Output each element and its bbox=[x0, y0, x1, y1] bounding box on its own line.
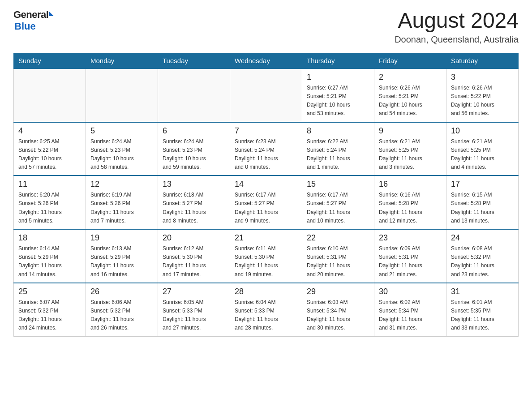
day-info: Sunrise: 6:24 AMSunset: 5:23 PMDaylight:… bbox=[163, 137, 225, 172]
day-number: 24 bbox=[451, 233, 514, 243]
day-number: 3 bbox=[451, 73, 514, 82]
day-number: 21 bbox=[235, 233, 297, 243]
calendar-week-row: 18Sunrise: 6:14 AMSunset: 5:29 PMDayligh… bbox=[14, 229, 519, 283]
day-info: Sunrise: 6:12 AMSunset: 5:30 PMDaylight:… bbox=[163, 244, 225, 279]
calendar-header-row: Sunday Monday Tuesday Wednesday Thursday… bbox=[14, 53, 519, 68]
calendar-week-row: 1Sunrise: 6:27 AMSunset: 5:21 PMDaylight… bbox=[14, 68, 519, 122]
day-info: Sunrise: 6:25 AMSunset: 5:22 PMDaylight:… bbox=[18, 137, 81, 172]
day-info: Sunrise: 6:04 AMSunset: 5:33 PMDaylight:… bbox=[235, 298, 297, 333]
day-info: Sunrise: 6:17 AMSunset: 5:27 PMDaylight:… bbox=[235, 191, 297, 225]
day-number: 25 bbox=[18, 287, 81, 296]
table-row bbox=[158, 68, 230, 122]
day-info: Sunrise: 6:24 AMSunset: 5:23 PMDaylight:… bbox=[90, 137, 153, 172]
table-row: 24Sunrise: 6:08 AMSunset: 5:32 PMDayligh… bbox=[446, 229, 519, 283]
day-number: 4 bbox=[18, 126, 81, 136]
day-info: Sunrise: 6:26 AMSunset: 5:22 PMDaylight:… bbox=[451, 84, 514, 118]
table-row: 12Sunrise: 6:19 AMSunset: 5:26 PMDayligh… bbox=[86, 176, 158, 229]
day-number: 12 bbox=[90, 180, 153, 189]
table-row bbox=[230, 68, 302, 122]
table-row: 21Sunrise: 6:11 AMSunset: 5:30 PMDayligh… bbox=[230, 229, 302, 283]
day-info: Sunrise: 6:11 AMSunset: 5:30 PMDaylight:… bbox=[235, 244, 297, 279]
title-block: August 2024 Doonan, Queensland, Australi… bbox=[395, 9, 519, 45]
calendar-week-row: 11Sunrise: 6:20 AMSunset: 5:26 PMDayligh… bbox=[14, 176, 519, 229]
table-row: 30Sunrise: 6:02 AMSunset: 5:34 PMDayligh… bbox=[374, 283, 446, 336]
table-row: 16Sunrise: 6:16 AMSunset: 5:28 PMDayligh… bbox=[374, 176, 446, 229]
table-row: 2Sunrise: 6:26 AMSunset: 5:21 PMDaylight… bbox=[374, 68, 446, 122]
day-info: Sunrise: 6:27 AMSunset: 5:21 PMDaylight:… bbox=[307, 84, 369, 118]
day-info: Sunrise: 6:16 AMSunset: 5:28 PMDaylight:… bbox=[379, 191, 442, 225]
day-number: 14 bbox=[235, 180, 297, 189]
day-info: Sunrise: 6:19 AMSunset: 5:26 PMDaylight:… bbox=[90, 191, 153, 225]
day-number: 29 bbox=[307, 287, 369, 296]
day-info: Sunrise: 6:20 AMSunset: 5:26 PMDaylight:… bbox=[18, 191, 81, 225]
day-number: 23 bbox=[379, 233, 442, 243]
day-info: Sunrise: 6:14 AMSunset: 5:29 PMDaylight:… bbox=[18, 244, 81, 279]
logo-general-text: General bbox=[13, 9, 48, 21]
col-thursday: Thursday bbox=[302, 53, 374, 68]
day-number: 1 bbox=[307, 73, 369, 82]
day-number: 13 bbox=[163, 180, 225, 189]
day-info: Sunrise: 6:13 AMSunset: 5:29 PMDaylight:… bbox=[90, 244, 153, 279]
day-info: Sunrise: 6:05 AMSunset: 5:33 PMDaylight:… bbox=[163, 298, 225, 333]
day-number: 8 bbox=[307, 126, 369, 136]
day-number: 7 bbox=[235, 126, 297, 136]
table-row: 17Sunrise: 6:15 AMSunset: 5:28 PMDayligh… bbox=[446, 176, 519, 229]
calendar-title: August 2024 bbox=[395, 9, 519, 33]
table-row: 13Sunrise: 6:18 AMSunset: 5:27 PMDayligh… bbox=[158, 176, 230, 229]
day-number: 17 bbox=[451, 180, 514, 189]
day-number: 26 bbox=[90, 287, 153, 296]
table-row: 9Sunrise: 6:21 AMSunset: 5:25 PMDaylight… bbox=[374, 122, 446, 176]
page-header: General Blue August 2024 Doonan, Queensl… bbox=[13, 9, 519, 45]
calendar-subtitle: Doonan, Queensland, Australia bbox=[395, 34, 519, 45]
day-number: 18 bbox=[18, 233, 81, 243]
day-number: 11 bbox=[18, 180, 81, 189]
table-row: 23Sunrise: 6:09 AMSunset: 5:31 PMDayligh… bbox=[374, 229, 446, 283]
logo-arrow-icon bbox=[49, 12, 54, 16]
table-row: 19Sunrise: 6:13 AMSunset: 5:29 PMDayligh… bbox=[86, 229, 158, 283]
table-row: 14Sunrise: 6:17 AMSunset: 5:27 PMDayligh… bbox=[230, 176, 302, 229]
table-row: 4Sunrise: 6:25 AMSunset: 5:22 PMDaylight… bbox=[14, 122, 86, 176]
table-row: 3Sunrise: 6:26 AMSunset: 5:22 PMDaylight… bbox=[446, 68, 519, 122]
table-row: 5Sunrise: 6:24 AMSunset: 5:23 PMDaylight… bbox=[86, 122, 158, 176]
table-row: 8Sunrise: 6:22 AMSunset: 5:24 PMDaylight… bbox=[302, 122, 374, 176]
day-number: 15 bbox=[307, 180, 369, 189]
day-info: Sunrise: 6:03 AMSunset: 5:34 PMDaylight:… bbox=[307, 298, 369, 333]
table-row: 10Sunrise: 6:21 AMSunset: 5:25 PMDayligh… bbox=[446, 122, 519, 176]
col-saturday: Saturday bbox=[446, 53, 519, 68]
col-friday: Friday bbox=[374, 53, 446, 68]
table-row: 1Sunrise: 6:27 AMSunset: 5:21 PMDaylight… bbox=[302, 68, 374, 122]
day-info: Sunrise: 6:08 AMSunset: 5:32 PMDaylight:… bbox=[451, 244, 514, 279]
day-number: 2 bbox=[379, 73, 442, 82]
day-number: 9 bbox=[379, 126, 442, 136]
day-info: Sunrise: 6:07 AMSunset: 5:32 PMDaylight:… bbox=[18, 298, 81, 333]
day-number: 19 bbox=[90, 233, 153, 243]
logo-blue-text: Blue bbox=[14, 21, 54, 32]
day-info: Sunrise: 6:26 AMSunset: 5:21 PMDaylight:… bbox=[379, 84, 442, 118]
calendar-week-row: 25Sunrise: 6:07 AMSunset: 5:32 PMDayligh… bbox=[14, 283, 519, 336]
day-info: Sunrise: 6:02 AMSunset: 5:34 PMDaylight:… bbox=[379, 298, 442, 333]
day-number: 10 bbox=[451, 126, 514, 136]
col-sunday: Sunday bbox=[14, 53, 86, 68]
table-row: 27Sunrise: 6:05 AMSunset: 5:33 PMDayligh… bbox=[158, 283, 230, 336]
day-info: Sunrise: 6:10 AMSunset: 5:31 PMDaylight:… bbox=[307, 244, 369, 279]
table-row bbox=[86, 68, 158, 122]
day-number: 20 bbox=[163, 233, 225, 243]
table-row: 18Sunrise: 6:14 AMSunset: 5:29 PMDayligh… bbox=[14, 229, 86, 283]
table-row: 20Sunrise: 6:12 AMSunset: 5:30 PMDayligh… bbox=[158, 229, 230, 283]
calendar-table: Sunday Monday Tuesday Wednesday Thursday… bbox=[13, 53, 519, 337]
day-info: Sunrise: 6:23 AMSunset: 5:24 PMDaylight:… bbox=[235, 137, 297, 172]
table-row: 6Sunrise: 6:24 AMSunset: 5:23 PMDaylight… bbox=[158, 122, 230, 176]
col-monday: Monday bbox=[86, 53, 158, 68]
table-row: 15Sunrise: 6:17 AMSunset: 5:27 PMDayligh… bbox=[302, 176, 374, 229]
day-info: Sunrise: 6:17 AMSunset: 5:27 PMDaylight:… bbox=[307, 191, 369, 225]
day-number: 5 bbox=[90, 126, 153, 136]
day-info: Sunrise: 6:22 AMSunset: 5:24 PMDaylight:… bbox=[307, 137, 369, 172]
day-number: 30 bbox=[379, 287, 442, 296]
day-info: Sunrise: 6:01 AMSunset: 5:35 PMDaylight:… bbox=[451, 298, 514, 333]
day-number: 27 bbox=[163, 287, 225, 296]
table-row: 28Sunrise: 6:04 AMSunset: 5:33 PMDayligh… bbox=[230, 283, 302, 336]
col-wednesday: Wednesday bbox=[230, 53, 302, 68]
table-row: 22Sunrise: 6:10 AMSunset: 5:31 PMDayligh… bbox=[302, 229, 374, 283]
day-info: Sunrise: 6:21 AMSunset: 5:25 PMDaylight:… bbox=[379, 137, 442, 172]
day-info: Sunrise: 6:06 AMSunset: 5:32 PMDaylight:… bbox=[90, 298, 153, 333]
